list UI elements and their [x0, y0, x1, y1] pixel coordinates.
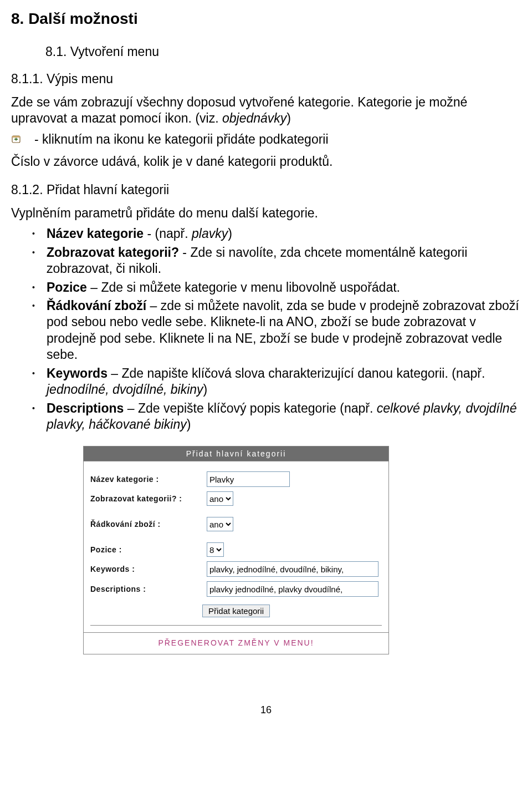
- text-italic: plavky: [192, 226, 228, 241]
- regen-row: PŘEGENEROVAT ZMĚNY V MENU!: [84, 626, 388, 654]
- list-item: Zobrazovat kategorii? - Zde si navolíte,…: [29, 245, 521, 277]
- list-item: Název kategorie - (např. plavky): [29, 226, 521, 242]
- paragraph-vypis-1: Zde se vám zobrazují všechny doposud vyt…: [11, 94, 521, 127]
- select-radkovani[interactable]: ano: [207, 517, 233, 531]
- list-item: Pozice – Zde si můžete kategorie v menu …: [29, 280, 521, 296]
- param-name: Descriptions: [47, 401, 124, 415]
- param-name: Řádkování zboží: [47, 298, 146, 313]
- parameter-list: Název kategorie - (např. plavky) Zobrazo…: [11, 226, 521, 433]
- page-number: 16: [11, 704, 521, 716]
- label-pozice: Pozice :: [90, 545, 207, 554]
- icon-bullet-line: - kliknutím na ikonu ke kategorii přidát…: [11, 131, 521, 149]
- text-italic: objednávky: [222, 111, 287, 125]
- form-row-name: Název kategorie :: [90, 471, 382, 487]
- list-item: Keywords – Zde napište klíčová slova cha…: [29, 365, 521, 398]
- list-item: Řádkování zboží – zde si můžete navolit,…: [29, 298, 521, 363]
- param-name: Název kategorie: [47, 226, 144, 241]
- submit-button[interactable]: Přidat kategorii: [202, 605, 270, 617]
- input-name[interactable]: [207, 471, 290, 487]
- form-row-keywords: Keywords :: [90, 561, 382, 577]
- input-descriptions[interactable]: [207, 581, 378, 597]
- text: – Zde si můžete kategorie v menu libovol…: [87, 280, 400, 295]
- select-show[interactable]: ano: [207, 491, 233, 506]
- text: - (např.: [144, 226, 192, 241]
- form-row-pozice: Pozice : 8: [90, 542, 382, 557]
- select-pozice[interactable]: 8: [207, 542, 224, 557]
- label-keywords: Keywords :: [90, 565, 207, 573]
- paragraph-pridat: Vyplněním parametrů přidáte do menu dalš…: [11, 205, 521, 221]
- label-show: Zobrazovat kategorii? :: [90, 494, 207, 503]
- text: ): [228, 226, 232, 241]
- form-submit-row: Přidat kategorii: [90, 601, 382, 621]
- text: – Zde vepište klíčový popis kategorie (n…: [124, 401, 376, 415]
- text: ): [287, 111, 291, 125]
- list-item: Descriptions – Zde vepište klíčový popis…: [29, 400, 521, 433]
- input-keywords[interactable]: [207, 561, 378, 577]
- text: – Zde napište klíčová slova charakterizu…: [108, 366, 485, 380]
- paragraph-vypis-2: Číslo v závorce udává, kolik je v dané k…: [11, 154, 521, 170]
- param-name: Zobrazovat kategorii?: [47, 245, 179, 260]
- subsubsection-heading-2: 8.1.2. Přidat hlavní kategorii: [11, 182, 521, 197]
- text: ): [187, 417, 191, 431]
- label-descriptions: Descriptions :: [90, 585, 207, 593]
- text: ): [203, 382, 208, 397]
- form-row-descriptions: Descriptions :: [90, 581, 382, 597]
- param-name: Keywords: [47, 366, 108, 380]
- label-name: Název kategorie :: [90, 475, 207, 484]
- text-italic: jednodílné, dvojdílné, bikiny: [47, 382, 203, 397]
- icon-line-text: - kliknutím na ikonu ke kategorii přidát…: [34, 131, 329, 148]
- section-heading: 8. Další možnosti: [11, 10, 521, 28]
- svg-rect-1: [12, 136, 20, 138]
- add-category-form: Přidat hlavní kategorii Název kategorie …: [83, 446, 389, 654]
- label-radkovani: Řádkování zboží :: [90, 520, 207, 529]
- form-title: Přidat hlavní kategorii: [84, 446, 388, 461]
- form-body: Název kategorie : Zobrazovat kategorii? …: [84, 461, 388, 625]
- subsection-heading: 8.1. Vytvoření menu: [45, 44, 521, 59]
- subsubsection-heading-1: 8.1.1. Výpis menu: [11, 72, 521, 87]
- add-subcategory-icon: [11, 131, 23, 149]
- form-row-radkovani: Řádkování zboží : ano: [90, 517, 382, 531]
- param-name: Pozice: [47, 280, 87, 295]
- form-row-show: Zobrazovat kategorii? : ano: [90, 491, 382, 506]
- regenerate-link[interactable]: PŘEGENEROVAT ZMĚNY V MENU!: [84, 632, 388, 647]
